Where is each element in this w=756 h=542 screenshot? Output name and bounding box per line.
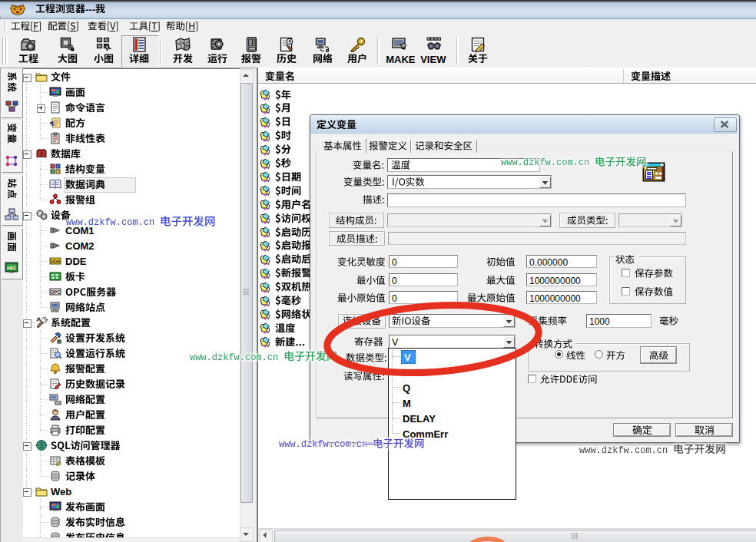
- svg-text:OPC: OPC: [50, 289, 61, 295]
- svg-text:ABC: ABC: [7, 266, 18, 270]
- svg-text:DDE: DDE: [50, 259, 61, 264]
